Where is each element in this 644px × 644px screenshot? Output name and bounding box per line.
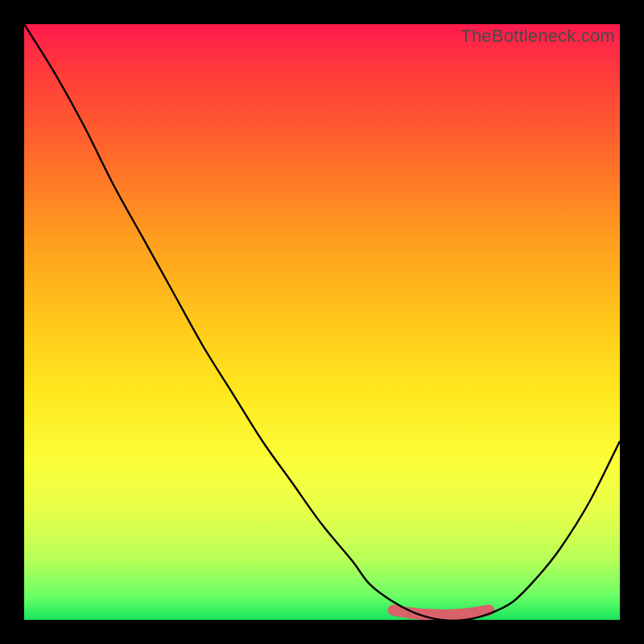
chart-svg [24,24,620,620]
plot-area: TheBottleneck.com [24,24,620,620]
bottleneck-curve [24,24,620,620]
